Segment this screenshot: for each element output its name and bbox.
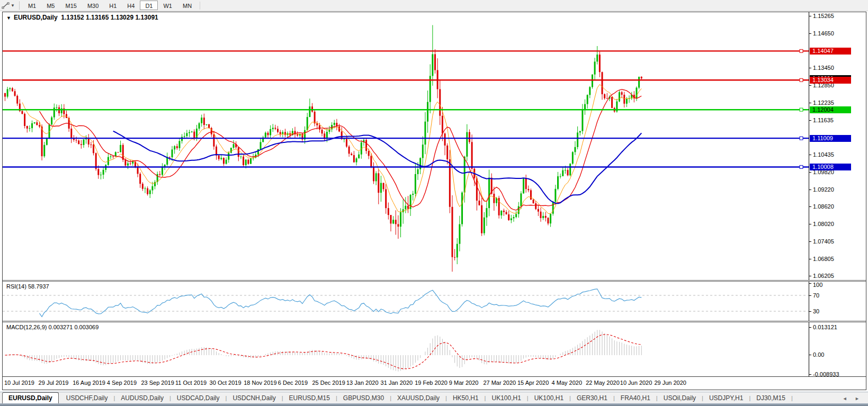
chart-symbol-label: EURUSD,Daily <box>14 14 58 21</box>
date-axis-label: 6 Dec 2019 <box>278 380 308 386</box>
ma-mid-line <box>40 89 642 210</box>
rsi-axis-tick-mark <box>809 295 811 296</box>
date-axis-label: 27 Mar 2020 <box>483 380 516 386</box>
price-axis-tick: 1.09220 <box>813 186 834 193</box>
price-axis-tick: 1.14650 <box>813 30 834 37</box>
price-axis-tick: 1.11635 <box>813 117 834 123</box>
date-axis-label: 18 Nov 2019 <box>244 380 276 386</box>
macd-axis-tick: -0.008933 <box>813 371 839 377</box>
macd-label: MACD(12,26,9) 0.003271 0.003069 <box>6 324 99 330</box>
price-axis-tick: 1.06205 <box>813 273 834 279</box>
chart-tools-dropdown[interactable]: ▼ <box>0 0 17 11</box>
level-line-handle[interactable] <box>800 108 803 111</box>
level-price-badge: 1.13034 <box>810 77 851 84</box>
tab-ger30-h1[interactable]: GER30,H1 <box>571 393 613 403</box>
rsi-axis-line <box>809 282 809 321</box>
chart-tab-bar: EURUSD,Daily USDCHF,Daily|AUDUSD,Daily|U… <box>0 392 868 403</box>
chart-line-icon <box>2 2 10 10</box>
tab-xauusd-daily[interactable]: XAUUSD,Daily <box>391 393 445 403</box>
price-axis-tick-mark <box>809 155 811 155</box>
macd-chart-svg <box>3 322 809 376</box>
price-axis-tick-mark <box>809 206 811 207</box>
tab-usdjpy-h1[interactable]: USDJPY,H1 <box>703 393 749 403</box>
timeframe-button-m30[interactable]: M30 <box>82 1 104 10</box>
date-axis-label: 30 Oct 2019 <box>210 380 241 386</box>
window-bottom-edge <box>0 403 868 406</box>
price-axis-tick: 1.08620 <box>813 203 834 210</box>
chart-window: ▼EURUSD,Daily 1.13152 1.13165 1.13029 1.… <box>2 12 866 390</box>
tab-usdcad-daily[interactable]: USDCAD,Daily <box>171 393 226 403</box>
price-axis-tick-mark <box>809 68 811 68</box>
tab-fra40-h1[interactable]: FRA40,H1 <box>615 393 656 403</box>
date-axis-label: 10 Jul 2019 <box>4 380 34 386</box>
price-axis-tick: 1.12235 <box>813 100 834 106</box>
level-line-handle[interactable] <box>800 78 803 82</box>
chevron-down-icon: ▼ <box>11 3 15 8</box>
rsi-axis-tick-mark <box>809 283 811 284</box>
price-axis-tick-mark <box>809 190 811 190</box>
date-axis-label: 10 Jun 2020 <box>620 380 652 386</box>
level-line-handle[interactable] <box>800 49 803 52</box>
price-axis-tick-mark <box>809 224 811 224</box>
tab-gbpusd-m30[interactable]: GBPUSD,M30 <box>337 393 390 403</box>
date-axis-label: 13 Jan 2020 <box>346 380 379 386</box>
tab-eurusd-m15[interactable]: EURUSD,M15 <box>283 393 336 403</box>
tab-uk100-h1[interactable]: UK100,H1 <box>529 393 569 403</box>
ma-fast-line <box>22 85 641 214</box>
rsi-chart-svg <box>3 282 809 321</box>
macd-axis-tick-mark <box>809 374 811 375</box>
date-axis: 10 Jul 201929 Jul 201916 Aug 20194 Sep 2… <box>3 376 866 389</box>
timeframe-button-m1[interactable]: M1 <box>23 1 41 10</box>
rsi-axis-tick: 30 <box>813 308 819 314</box>
price-axis-tick-mark <box>809 241 811 242</box>
candlesticks <box>4 25 642 272</box>
price-axis-tick-mark <box>809 85 811 86</box>
chart-menu-icon[interactable]: ▼ <box>6 15 11 21</box>
toolbar-grip <box>19 2 20 10</box>
tab-dj30-m15[interactable]: DJ30,M15 <box>750 393 791 403</box>
macd-axis-tick: 0.00 <box>813 351 824 358</box>
date-axis-label: 15 Apr 2020 <box>517 380 549 386</box>
tab-audusd-daily[interactable]: AUDUSD,Daily <box>115 393 169 403</box>
price-axis-tick: 1.13450 <box>813 65 834 71</box>
tab-eurusd-daily[interactable]: EURUSD,Daily <box>2 392 59 403</box>
tab-uk100-h1[interactable]: UK100,H1 <box>486 393 526 403</box>
tab-usoil-daily[interactable]: USOil,Daily <box>658 393 702 403</box>
date-axis-label: 23 Sep 2019 <box>141 380 174 386</box>
top-toolbar: ▼ M1M5M15M30H1H4D1W1MN <box>0 0 868 11</box>
level-price-badge: 1.11009 <box>810 135 851 142</box>
level-line-handle[interactable] <box>800 165 803 168</box>
date-axis-label: 22 May 2020 <box>586 380 620 386</box>
main-chart-pane[interactable]: ▼EURUSD,Daily 1.13152 1.13165 1.13029 1.… <box>3 12 866 280</box>
price-axis-tick-mark <box>809 172 811 173</box>
timeframe-button-w1[interactable]: W1 <box>158 1 177 10</box>
price-axis-tick-mark <box>809 259 811 259</box>
timeframe-button-m15[interactable]: M15 <box>60 1 82 10</box>
price-axis-tick-mark <box>809 276 811 276</box>
price-axis-tick-mark <box>809 16 811 16</box>
level-price-badge: 1.10008 <box>810 164 851 170</box>
tab-usdcnh-daily[interactable]: USDCNH,Daily <box>227 393 281 403</box>
level-price-badge: 1.12004 <box>810 106 851 113</box>
macd-axis-tick: 0.013121 <box>813 324 837 330</box>
timeframe-button-h1[interactable]: H1 <box>104 1 122 10</box>
tab-scroll-arrows[interactable]: ◄ ► <box>843 396 868 403</box>
date-axis-label: 29 Jul 2019 <box>39 380 69 386</box>
tab-usdchf-daily[interactable]: USDCHF,Daily <box>60 393 114 403</box>
chart-title: ▼EURUSD,Daily 1.13152 1.13165 1.13029 1.… <box>6 14 158 21</box>
timeframe-button-h4[interactable]: H4 <box>122 1 140 10</box>
date-axis-label: 19 Feb 2020 <box>415 380 448 386</box>
candlestick-chart-svg <box>3 12 809 280</box>
rsi-pane[interactable]: RSI(14) 58.7937 1007030 <box>3 282 866 321</box>
timeframe-button-mn[interactable]: MN <box>177 1 197 10</box>
level-price-badge: 1.14047 <box>810 48 851 55</box>
timeframe-button-m5[interactable]: M5 <box>41 1 60 10</box>
price-axis-tick-mark <box>809 120 811 121</box>
timeframe-button-d1[interactable]: D1 <box>140 1 158 10</box>
price-axis-tick-mark <box>809 103 811 103</box>
level-line-handle[interactable] <box>800 137 803 140</box>
price-axis-line <box>809 12 809 280</box>
tab-hk50-h1[interactable]: HK50,H1 <box>447 393 485 403</box>
macd-pane[interactable]: MACD(12,26,9) 0.003271 0.003069 0.013121… <box>3 322 866 376</box>
price-axis-tick: 1.08020 <box>813 221 834 227</box>
